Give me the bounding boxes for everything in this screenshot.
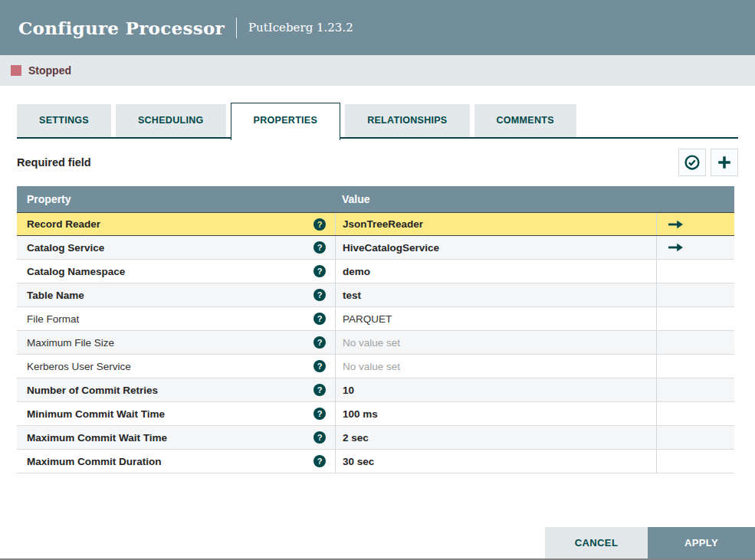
properties-table: Property Value Record Reader ? JsonTreeR… xyxy=(17,186,734,473)
help-icon[interactable]: ? xyxy=(313,455,326,467)
column-header-action xyxy=(656,186,734,212)
processor-name-version: PutIceberg 1.23.2 xyxy=(248,21,353,34)
tab-comments[interactable]: COMMENTS xyxy=(474,104,576,137)
action-cell xyxy=(656,378,734,401)
property-cell: Maximum File Size ? xyxy=(17,331,335,354)
help-icon[interactable]: ? xyxy=(313,384,326,396)
action-cell xyxy=(656,402,734,425)
column-header-value: Value xyxy=(335,186,656,212)
cancel-button[interactable]: CANCEL xyxy=(545,527,648,558)
properties-toolbar: Required field xyxy=(17,148,738,177)
help-icon[interactable]: ? xyxy=(313,313,326,325)
value-cell[interactable]: HiveCatalogService xyxy=(335,236,656,259)
table-row: Maximum File Size ? No value set xyxy=(17,331,734,355)
add-property-button[interactable] xyxy=(711,149,738,176)
table-row: Minimum Commit Wait Time ? 100 ms xyxy=(17,402,734,426)
dialog-title: Configure Processor xyxy=(18,18,225,38)
goto-service-icon[interactable] xyxy=(668,220,684,229)
property-name: Catalog Service xyxy=(27,242,104,254)
help-icon[interactable]: ? xyxy=(313,289,326,301)
verify-properties-button[interactable] xyxy=(678,149,706,176)
status-bar: Stopped xyxy=(0,55,755,86)
property-value: 10 xyxy=(343,385,354,396)
column-header-property: Property xyxy=(17,186,335,212)
property-name: Maximum Commit Wait Time xyxy=(27,432,167,444)
property-value: 2 sec xyxy=(343,432,369,444)
table-row: Catalog Namespace ? demo xyxy=(17,260,734,283)
property-value: test xyxy=(343,290,361,301)
status-label: Stopped xyxy=(28,64,71,77)
value-cell[interactable]: 100 ms xyxy=(335,402,656,425)
tabs: SETTINGS SCHEDULING PROPERTIES RELATIONS… xyxy=(17,103,738,139)
help-icon[interactable]: ? xyxy=(313,408,326,420)
table-row: Number of Commit Retries ? 10 xyxy=(17,378,734,402)
property-cell: Minimum Commit Wait Time ? xyxy=(17,402,335,425)
table-row: Record Reader ? JsonTreeReader xyxy=(17,212,734,236)
tab-scheduling[interactable]: SCHEDULING xyxy=(116,104,226,137)
property-name: File Format xyxy=(27,313,79,325)
plus-icon xyxy=(716,154,733,171)
value-cell[interactable]: 2 sec xyxy=(335,426,656,449)
property-value: PARQUET xyxy=(343,313,392,325)
required-field-note: Required field xyxy=(17,156,91,169)
tab-settings[interactable]: SETTINGS xyxy=(17,104,111,137)
action-cell xyxy=(656,213,734,235)
dialog-header: Configure Processor PutIceberg 1.23.2 xyxy=(0,0,755,55)
value-cell[interactable]: 30 sec xyxy=(335,450,656,473)
help-icon[interactable]: ? xyxy=(313,265,326,277)
action-cell xyxy=(656,260,734,283)
property-name: Catalog Namespace xyxy=(27,266,125,277)
action-cell xyxy=(656,283,734,306)
value-cell[interactable]: demo xyxy=(335,260,656,283)
action-cell xyxy=(656,450,734,473)
property-cell: Catalog Service ? xyxy=(17,236,335,259)
goto-service-icon[interactable] xyxy=(668,243,684,252)
value-cell[interactable]: No value set xyxy=(335,355,656,378)
property-value: No value set xyxy=(343,361,400,372)
tab-label: RELATIONSHIPS xyxy=(367,115,447,126)
property-value: 100 ms xyxy=(343,408,378,420)
action-cell xyxy=(656,426,734,449)
action-cell xyxy=(656,355,734,378)
title-divider xyxy=(236,18,237,38)
value-cell[interactable]: No value set xyxy=(335,331,656,354)
help-icon[interactable]: ? xyxy=(313,218,326,231)
table-row: Kerberos User Service ? No value set xyxy=(17,355,734,378)
tab-label: COMMENTS xyxy=(497,115,554,126)
property-value: demo xyxy=(343,266,370,277)
help-icon[interactable]: ? xyxy=(313,360,326,372)
value-cell[interactable]: JsonTreeReader xyxy=(335,213,656,235)
tab-relationships[interactable]: RELATIONSHIPS xyxy=(345,104,469,137)
property-name: Record Reader xyxy=(27,218,100,230)
property-cell: Maximum Commit Duration ? xyxy=(17,450,335,473)
property-value: No value set xyxy=(343,337,400,349)
help-icon[interactable]: ? xyxy=(313,336,326,349)
toolbar-buttons xyxy=(674,149,738,176)
property-name: Maximum Commit Duration xyxy=(27,456,162,467)
table-body: Record Reader ? JsonTreeReader Catalog S… xyxy=(17,212,734,473)
tab-label: PROPERTIES xyxy=(254,115,318,126)
tab-label: SETTINGS xyxy=(39,115,89,126)
table-row: File Format ? PARQUET xyxy=(17,307,734,331)
property-name: Minimum Commit Wait Time xyxy=(27,408,165,420)
help-icon[interactable]: ? xyxy=(313,241,326,254)
property-cell: Kerberos User Service ? xyxy=(17,355,335,378)
property-cell: File Format ? xyxy=(17,307,335,330)
property-cell: Number of Commit Retries ? xyxy=(17,378,335,401)
property-cell: Table Name ? xyxy=(17,283,335,306)
value-cell[interactable]: test xyxy=(335,283,656,306)
property-cell: Record Reader ? xyxy=(17,213,335,235)
help-icon[interactable]: ? xyxy=(313,431,326,444)
property-name: Table Name xyxy=(27,290,84,301)
action-cell xyxy=(656,236,734,259)
property-cell: Catalog Namespace ? xyxy=(17,260,335,283)
value-cell[interactable]: 10 xyxy=(335,378,656,401)
tab-properties[interactable]: PROPERTIES xyxy=(231,103,341,140)
property-cell: Maximum Commit Wait Time ? xyxy=(17,426,335,449)
property-name: Maximum File Size xyxy=(27,337,114,349)
property-value: 30 sec xyxy=(343,456,374,467)
check-circle-icon xyxy=(684,154,701,171)
apply-button[interactable]: APPLY xyxy=(648,527,755,558)
table-row: Maximum Commit Wait Time ? 2 sec xyxy=(17,426,734,450)
value-cell[interactable]: PARQUET xyxy=(335,307,656,330)
